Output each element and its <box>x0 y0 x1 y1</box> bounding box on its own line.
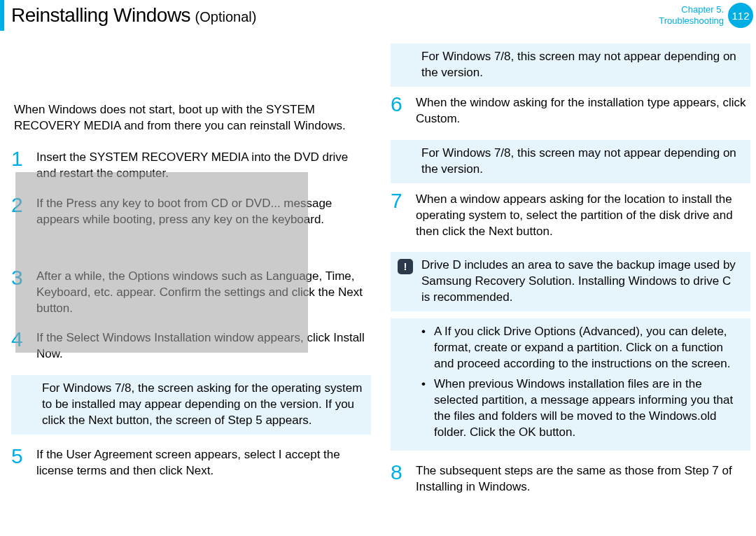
step-4: 4 If the Select Windows Installation win… <box>6 329 371 362</box>
bullet-text: When previous Windows installation ﬁles … <box>434 376 742 441</box>
page-number: 112 <box>732 10 749 22</box>
step-1: 1 Insert the SYSTEM RECOVERY MEDIA into … <box>6 148 371 182</box>
step-3: 3 After a while, the Options windows suc… <box>6 267 371 317</box>
title-area: Reinstalling Windows (Optional) <box>11 4 256 27</box>
page-number-badge: 112 <box>728 3 753 28</box>
step-5: 5 If the User Agreement screen appears, … <box>6 446 371 479</box>
step-number: 6 <box>391 94 409 127</box>
bullet-icon: • <box>421 324 428 372</box>
step-number: 1 <box>11 148 29 182</box>
step-body: After a while, the Options windows such … <box>36 267 371 317</box>
bullet-item: • A If you click Drive Options (Advanced… <box>421 324 742 372</box>
step-body: The subsequent steps are the same as tho… <box>416 462 750 495</box>
content-columns: When Windows does not start, boot up wit… <box>0 39 756 508</box>
page-title: Reinstalling Windows <box>11 4 190 26</box>
step-body: If the Select Windows Installation windo… <box>36 329 371 362</box>
warning-icon: ! <box>398 259 413 274</box>
page-subtitle: (Optional) <box>195 9 257 24</box>
step-body: If the User Agreement screen appears, se… <box>36 446 371 479</box>
step-7: 7 When a window appears asking for the l… <box>385 190 750 240</box>
step-number: 2 <box>11 195 29 228</box>
bullet-text: A If you click Drive Options (Advanced),… <box>434 324 742 372</box>
step-body: If the Press any key to boot from CD or … <box>36 195 371 228</box>
step-number: 4 <box>11 329 29 362</box>
chapter-line-2: Troubleshooting <box>659 15 724 27</box>
step-number: 5 <box>11 446 29 479</box>
note-after-step-5: For Windows 7/8, this screen may not app… <box>391 43 750 87</box>
step-2: 2 If the Press any key to boot from CD o… <box>6 195 371 228</box>
step-body: Insert the SYSTEM RECOVERY MEDIA into th… <box>36 148 371 182</box>
warning-text: Drive D includes an area to save the bac… <box>421 258 736 304</box>
chapter-line-1: Chapter 5. <box>659 4 724 15</box>
left-column: When Windows does not start, boot up wit… <box>6 39 371 508</box>
right-column: For Windows 7/8, this screen may not app… <box>385 39 750 508</box>
bullet-item: • When previous Windows installation ﬁle… <box>421 376 742 441</box>
step-body: When a window appears asking for the loc… <box>416 190 750 240</box>
bullet-icon: • <box>421 376 428 441</box>
warning-note-step-7: ! Drive D includes an area to save the b… <box>391 252 750 311</box>
step-8: 8 The subsequent steps are the same as t… <box>385 462 750 495</box>
step-number: 7 <box>391 190 409 240</box>
bullet-note-step-7: • A If you click Drive Options (Advanced… <box>391 318 750 451</box>
step-body: When the window asking for the installat… <box>416 94 750 127</box>
chapter-info: Chapter 5. Troubleshooting <box>659 4 724 26</box>
step-6: 6 When the window asking for the install… <box>385 94 750 127</box>
note-after-step-6: For Windows 7/8, this screen may not app… <box>391 140 750 183</box>
page-header: Reinstalling Windows (Optional) Chapter … <box>0 0 756 39</box>
step-number: 3 <box>11 267 29 317</box>
header-accent-bar <box>0 0 4 31</box>
step-number: 8 <box>391 462 409 495</box>
intro-text: When Windows does not start, boot up wit… <box>6 102 371 134</box>
note-after-step-4: For Windows 7/8, the screen asking for t… <box>11 375 371 435</box>
